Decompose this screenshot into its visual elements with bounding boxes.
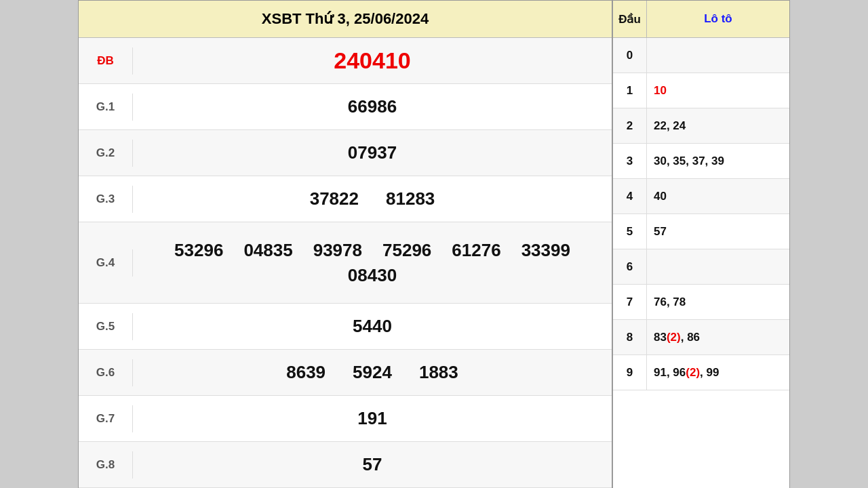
loto-nums-7: 76, 78 bbox=[647, 289, 789, 315]
prize-label-g1: G.1 bbox=[79, 94, 133, 121]
loto-row-5: 5 57 bbox=[613, 214, 789, 249]
prize-row-g2: G.2 07937 bbox=[79, 130, 612, 176]
loto-nums-1: 10 bbox=[647, 78, 789, 104]
loto-row-6: 6 bbox=[613, 249, 789, 285]
prize-row-db: ĐB 240410 bbox=[79, 38, 612, 84]
prize-numbers-g3: 37822 81283 bbox=[133, 182, 612, 216]
loto-dau-5: 5 bbox=[613, 214, 647, 249]
g4-num6: 33399 bbox=[521, 240, 570, 261]
loto-nums-8: 83(2), 86 bbox=[647, 325, 789, 350]
loto-nums-0 bbox=[647, 52, 789, 60]
col-loto-header: Lô tô bbox=[647, 1, 789, 37]
loto-dau-8: 8 bbox=[613, 320, 647, 354]
main-container: XSBT Thứ 3, 25/06/2024 ĐB 240410 G.1 669… bbox=[78, 0, 790, 488]
prize-numbers-g4: 53296 04835 93978 75296 61276 33399 0843… bbox=[133, 233, 612, 293]
g6-num2: 5924 bbox=[353, 362, 392, 383]
g4-num7: 08430 bbox=[348, 265, 397, 286]
g3-num2: 81283 bbox=[386, 188, 435, 209]
prize-label-g2: G.2 bbox=[79, 140, 133, 167]
g6-num3: 1883 bbox=[419, 362, 458, 383]
loto-row-0: 0 bbox=[613, 38, 789, 73]
prize-numbers-g8: 57 bbox=[133, 447, 612, 482]
loto-nums-5: 57 bbox=[647, 219, 789, 245]
loto-row-1: 1 10 bbox=[613, 73, 789, 108]
prize-row-g4: G.4 53296 04835 93978 75296 61276 33399 … bbox=[79, 222, 612, 304]
prize-label-g7: G.7 bbox=[79, 405, 133, 432]
prize-label-db: ĐB bbox=[79, 47, 133, 75]
prize-numbers-g5: 5440 bbox=[133, 309, 612, 344]
loto-nums-9: 91, 96(2), 99 bbox=[647, 360, 789, 386]
loto-nums-4: 40 bbox=[647, 184, 789, 209]
g4-num4: 75296 bbox=[382, 240, 431, 261]
prize-row-g1: G.1 66986 bbox=[79, 84, 612, 130]
loto-nums-3: 30, 35, 37, 39 bbox=[647, 148, 789, 174]
loto-row-8: 8 83(2), 86 bbox=[613, 320, 789, 355]
g3-num1: 37822 bbox=[310, 188, 359, 209]
loto-header: Đầu Lô tô bbox=[613, 1, 789, 38]
loto-row-3: 3 30, 35, 37, 39 bbox=[613, 144, 789, 179]
prize-row-g6: G.6 8639 5924 1883 bbox=[79, 350, 612, 396]
prize-numbers-g6: 8639 5924 1883 bbox=[133, 355, 612, 390]
col-dau-header: Đầu bbox=[613, 1, 647, 37]
loto-nums-6 bbox=[647, 263, 789, 271]
loto-nums-2: 22, 24 bbox=[647, 113, 789, 139]
prize-numbers-db: 240410 bbox=[133, 41, 612, 81]
prize-label-g5: G.5 bbox=[79, 313, 133, 340]
g4-num1: 53296 bbox=[174, 240, 223, 261]
prize-numbers-g2: 07937 bbox=[133, 136, 612, 170]
prize-numbers-g1: 66986 bbox=[133, 89, 612, 124]
loto-val-10: 10 bbox=[654, 84, 667, 97]
g6-num1: 8639 bbox=[286, 362, 326, 383]
g4-num5: 61276 bbox=[452, 240, 500, 261]
prize-label-g3: G.3 bbox=[79, 186, 133, 213]
prize-label-g4: G.4 bbox=[79, 249, 133, 277]
loto-dau-0: 0 bbox=[613, 38, 647, 73]
loto-dau-2: 2 bbox=[613, 108, 647, 143]
prize-label-g6: G.6 bbox=[79, 359, 133, 386]
loto-dau-7: 7 bbox=[613, 285, 647, 319]
loto-row-9: 9 91, 96(2), 99 bbox=[613, 355, 789, 390]
prize-row-g5: G.5 5440 bbox=[79, 304, 612, 350]
loto-row-7: 7 76, 78 bbox=[613, 285, 789, 320]
loto-dau-4: 4 bbox=[613, 179, 647, 214]
prize-label-g8: G.8 bbox=[79, 451, 133, 479]
loto-dau-1: 1 bbox=[613, 73, 647, 108]
lottery-table: XSBT Thứ 3, 25/06/2024 ĐB 240410 G.1 669… bbox=[79, 1, 613, 488]
prize-row-g8: G.8 57 bbox=[79, 442, 612, 488]
g4-num3: 93978 bbox=[313, 240, 362, 261]
loto-dau-9: 9 bbox=[613, 355, 647, 390]
prize-numbers-g7: 191 bbox=[133, 401, 612, 436]
g4-num2: 04835 bbox=[243, 240, 292, 261]
prize-row-g3: G.3 37822 81283 bbox=[79, 176, 612, 222]
loto-table: Đầu Lô tô 0 1 10 2 22, 24 3 30, 35, 37, … bbox=[613, 1, 789, 488]
loto-row-2: 2 22, 24 bbox=[613, 108, 789, 144]
loto-val-96-count: (2) bbox=[686, 366, 700, 379]
page-title: XSBT Thứ 3, 25/06/2024 bbox=[79, 1, 612, 38]
loto-dau-3: 3 bbox=[613, 144, 647, 178]
prize-row-g7: G.7 191 bbox=[79, 396, 612, 442]
loto-row-4: 4 40 bbox=[613, 179, 789, 214]
loto-val-83-count: (2) bbox=[667, 331, 681, 344]
loto-dau-6: 6 bbox=[613, 249, 647, 284]
